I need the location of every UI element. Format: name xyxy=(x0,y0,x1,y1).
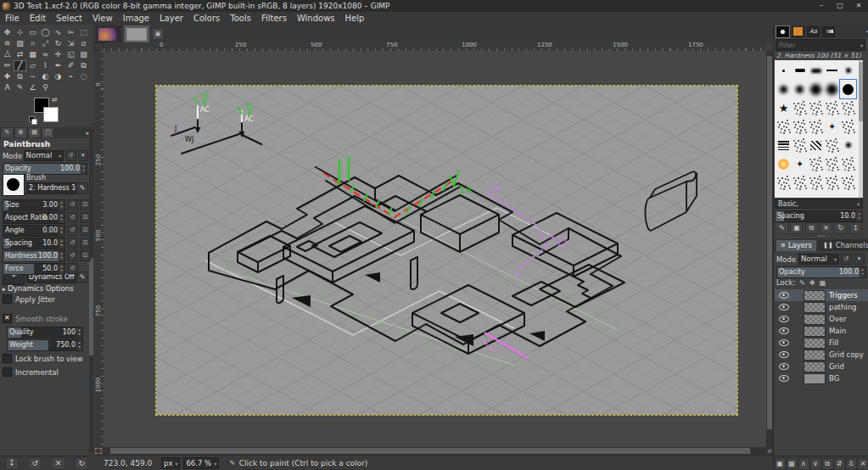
brush-category-select[interactable]: Basic, ▾ xyxy=(775,199,863,209)
swap-colors-icon[interactable]: ⇄ xyxy=(52,96,58,104)
param-angle-link-button[interactable]: ⊡ xyxy=(80,225,91,236)
tool-zoom[interactable]: ⚲ xyxy=(39,82,52,93)
reset-tool-options-button[interactable]: ↻ xyxy=(75,457,88,470)
param-force-spinner[interactable]: ▴▾ xyxy=(59,264,64,274)
brush-grid-scrollbar[interactable] xyxy=(859,60,863,198)
menu-image[interactable]: Image xyxy=(118,12,154,25)
tool-perspective[interactable]: ⧊ xyxy=(1,49,14,60)
param-angle-slider[interactable]: Angle0.00▴▾ xyxy=(3,225,65,237)
tool-eraser[interactable]: ▱ xyxy=(26,60,39,71)
brush-cell-18[interactable]: ✦ xyxy=(824,117,840,136)
edit-brush-button[interactable]: ✎ xyxy=(776,222,788,234)
tool-ink[interactable]: ✒ xyxy=(52,60,64,71)
restore-tool-preset-button[interactable]: ↺ xyxy=(28,457,42,470)
tool-color-picker[interactable]: ⌁ xyxy=(64,71,77,82)
quick-mask-toggle[interactable] xyxy=(93,447,104,455)
param-force-slider[interactable]: Force50.0▴▾ xyxy=(3,263,65,275)
menu-file[interactable]: File xyxy=(0,12,25,25)
delete-layer-button[interactable]: ✕ xyxy=(858,458,868,470)
param-spacing-link-button[interactable]: ⊡ xyxy=(80,238,91,249)
tool-text[interactable]: A xyxy=(1,82,14,93)
tool-scale[interactable]: ⇲ xyxy=(64,38,77,49)
save-tool-preset-button[interactable]: ↧ xyxy=(5,457,19,470)
tool-select-by-color[interactable]: ▧ xyxy=(14,38,26,49)
menu-help[interactable]: Help xyxy=(340,12,370,25)
menu-tools[interactable]: Tools xyxy=(225,12,256,25)
tool-move[interactable]: ✥ xyxy=(1,27,14,38)
apply-jitter-checkbox[interactable] xyxy=(3,294,12,304)
param-aspect-ratio-reset-button[interactable]: ↺ xyxy=(67,212,78,223)
brush-cell-6[interactable] xyxy=(792,80,808,98)
param-hardness-reset-button[interactable]: ↺ xyxy=(67,250,78,261)
tool-rotate[interactable]: ↻ xyxy=(52,38,64,49)
brush-cell-7[interactable] xyxy=(808,80,824,98)
anchor-layer-button[interactable]: ⚓ xyxy=(846,458,857,470)
image-canvas[interactable]: DJ AC J WJ DJ AC 14 16 12 xyxy=(155,85,738,416)
tab-channels[interactable]: ❚❚ Channels xyxy=(819,240,868,251)
param-size-reset-button[interactable]: ↺ xyxy=(67,199,78,210)
visibility-eye-icon[interactable] xyxy=(779,304,789,311)
lock-paint-icon[interactable]: ✎ xyxy=(799,279,805,287)
visibility-eye-icon[interactable] xyxy=(779,363,789,370)
sub-weight-spinner[interactable]: ▴▾ xyxy=(76,340,82,350)
param-aspect-ratio-spinner[interactable]: ▴▾ xyxy=(59,213,64,223)
duplicate-layer-button[interactable]: ⧉ xyxy=(822,458,833,470)
tool-crop[interactable]: ⌗ xyxy=(26,38,39,49)
tab-fonts[interactable]: Aa xyxy=(807,26,820,37)
visibility-eye-icon[interactable] xyxy=(779,351,789,358)
tool-pencil[interactable]: ✏ xyxy=(1,60,14,71)
layer-row-main[interactable]: Main xyxy=(775,325,868,337)
menu-colors[interactable]: Colors xyxy=(188,12,225,25)
brush-name[interactable]: 2. Hardness 100 xyxy=(26,182,79,194)
tool-gradient[interactable]: ▨ xyxy=(77,49,90,60)
param-hardness-link-button[interactable]: ⊡ xyxy=(80,250,91,261)
raise-layer-button[interactable]: ∧ xyxy=(798,458,809,470)
param-hardness-spinner[interactable]: ▴▾ xyxy=(59,251,64,261)
dock-tab-undo-history[interactable]: ▤ xyxy=(29,128,40,137)
brush-cell-26[interactable]: ✦ xyxy=(792,154,808,173)
tool-n-point-deformation[interactable]: ◌ xyxy=(77,71,90,82)
tool-smudge[interactable]: ∼ xyxy=(26,71,39,82)
brush-thumbnail[interactable] xyxy=(3,174,25,196)
new-brush-button[interactable]: ▣ xyxy=(790,222,803,234)
menu-filters[interactable]: Filters xyxy=(256,12,292,25)
brush-cell-12[interactable] xyxy=(808,98,824,117)
navigation-button[interactable]: ✛ xyxy=(766,447,773,455)
brush-spacing-spinner[interactable]: ▴▾ xyxy=(856,211,862,221)
edit-dynamics-icon[interactable]: ✎ xyxy=(76,271,88,283)
brush-filter-input[interactable] xyxy=(776,42,860,49)
tool-paintbrush[interactable]: ╱ xyxy=(14,60,26,71)
param-aspect-ratio-link-button[interactable]: ⊡ xyxy=(80,212,91,223)
ruler-corner-button[interactable] xyxy=(93,42,104,51)
brush-cell-10[interactable]: ★ xyxy=(776,98,792,117)
sub-quality-spinner[interactable]: ▴▾ xyxy=(76,327,82,338)
param-size-slider[interactable]: Size3.00▴▾ xyxy=(3,199,65,211)
tool-free-select[interactable]: ∿ xyxy=(52,27,64,38)
new-layer-group-button[interactable]: ▦ xyxy=(787,458,798,470)
dock-splitter[interactable]: ••• xyxy=(774,234,868,238)
tool-bucket-fill[interactable]: ◱ xyxy=(64,49,77,60)
brush-cell-8[interactable] xyxy=(824,80,840,98)
canvas-viewport[interactable]: DJ AC J WJ DJ AC 14 16 12 xyxy=(104,51,766,447)
brush-cell-27[interactable] xyxy=(808,154,824,173)
brush-cell-32[interactable] xyxy=(808,173,824,192)
new-layer-button[interactable]: ▣ xyxy=(775,458,786,470)
unit-select[interactable]: px ▾ xyxy=(161,457,180,469)
brush-cell-28[interactable] xyxy=(824,154,840,173)
tab-layers[interactable]: ≡ Layers xyxy=(776,240,816,251)
tool-warp-transform[interactable]: ≈ xyxy=(39,49,52,60)
param-angle-spinner[interactable]: ▴▾ xyxy=(59,226,64,236)
layer-row-bg[interactable]: BG xyxy=(775,372,868,384)
brush-cell-21[interactable] xyxy=(792,136,808,154)
mode-menu-button[interactable]: ▾ xyxy=(78,150,88,161)
layer-opacity-slider[interactable]: Opacity 100.0 ▴▾ xyxy=(776,266,866,278)
brush-cell-19[interactable] xyxy=(840,117,856,136)
lock-position-icon[interactable]: ✥ xyxy=(809,279,815,287)
tool-handle-transform[interactable]: ✛ xyxy=(52,49,64,60)
brush-cell-15[interactable] xyxy=(776,117,792,136)
open-brush-as-image-button[interactable]: ↥ xyxy=(849,222,862,234)
brush-cell-9[interactable] xyxy=(840,80,856,98)
sub-quality-slider[interactable]: Quality100▴▾ xyxy=(7,327,83,339)
layer-row-grid-copy[interactable]: Grid copy xyxy=(775,349,868,361)
tool-unified-transform[interactable]: ⤢ xyxy=(39,38,52,49)
